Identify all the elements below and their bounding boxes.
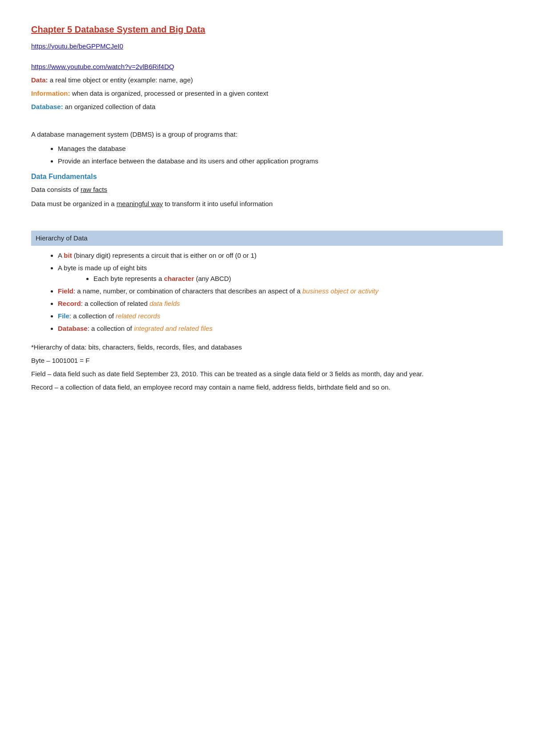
data-label: Data: xyxy=(31,76,48,84)
note-field: Field – data field such as date field Se… xyxy=(31,369,503,379)
record-italic: data fields xyxy=(150,300,180,307)
database-text: an organized collection of data xyxy=(63,103,156,110)
information-text: when data is organized, processed or pre… xyxy=(70,89,268,97)
note-hierarchy: *Hierarchy of data: bits, characters, fi… xyxy=(31,342,503,353)
definition-database: Database: an organized collection of dat… xyxy=(31,102,503,112)
hierarchy-file: File: a collection of related records xyxy=(58,311,503,321)
hierarchy-bullet-list: A bit (binary digit) represents a circui… xyxy=(58,250,503,334)
definition-data: Data: a real time object or entity (exam… xyxy=(31,75,503,85)
dbms-bullet-1: Manages the database xyxy=(58,143,503,154)
dbms-intro: A database management system (DBMS) is a… xyxy=(31,129,503,140)
data-meaningful-way: Data must be organized in a meaningful w… xyxy=(31,199,503,209)
link2[interactable]: https://www.youtube.com/watch?v=2vlB6Rif… xyxy=(31,61,503,72)
data-fundamentals-header: Data Fundamentals xyxy=(31,171,503,183)
information-label: Information: xyxy=(31,89,70,97)
field-italic: business object or activity xyxy=(302,287,378,295)
definition-information: Information: when data is organized, pro… xyxy=(31,88,503,99)
raw-facts-text: raw facts xyxy=(81,186,107,193)
hierarchy-field: Field: a name, number, or combination of… xyxy=(58,286,503,297)
dbms-bullet-2: Provide an interface between the databas… xyxy=(58,156,503,167)
note-byte: Byte – 1001001 = F xyxy=(31,355,503,366)
hierarchy-byte: A byte is made up of eight bits Each byt… xyxy=(58,263,503,284)
hierarchy-byte-sub: Each byte represents a character (any AB… xyxy=(93,273,503,284)
meaningful-way-text: meaningful way xyxy=(117,200,163,207)
bit-label: bit xyxy=(64,252,72,259)
character-label: character xyxy=(164,275,194,282)
dbms-bullet-list: Manages the database Provide an interfac… xyxy=(58,143,503,167)
database-italic: integrated and related files xyxy=(134,325,213,332)
link1[interactable]: https://youtu.be/beGPPMCJeI0 xyxy=(31,42,123,50)
database2-label: Database xyxy=(58,325,88,332)
note-record: Record – a collection of data field, an … xyxy=(31,382,503,393)
file-label: File xyxy=(58,312,69,320)
hierarchy-database: Database: a collection of integrated and… xyxy=(58,323,503,334)
hierarchy-character: Each byte represents a character (any AB… xyxy=(93,273,503,284)
field-label: Field xyxy=(58,287,73,295)
hierarchy-header: Hierarchy of Data xyxy=(31,231,503,246)
data-raw-facts: Data consists of raw facts xyxy=(31,184,503,195)
data-text: a real time object or entity (example: n… xyxy=(48,76,193,84)
file-italic: related records xyxy=(116,312,160,320)
database-label: Database: xyxy=(31,103,63,110)
hierarchy-bit: A bit (binary digit) represents a circui… xyxy=(58,250,503,261)
hierarchy-record: Record: a collection of related data fie… xyxy=(58,298,503,309)
chapter-title: Chapter 5 Database System and Big Data xyxy=(31,22,503,37)
record-label: Record xyxy=(58,300,81,307)
